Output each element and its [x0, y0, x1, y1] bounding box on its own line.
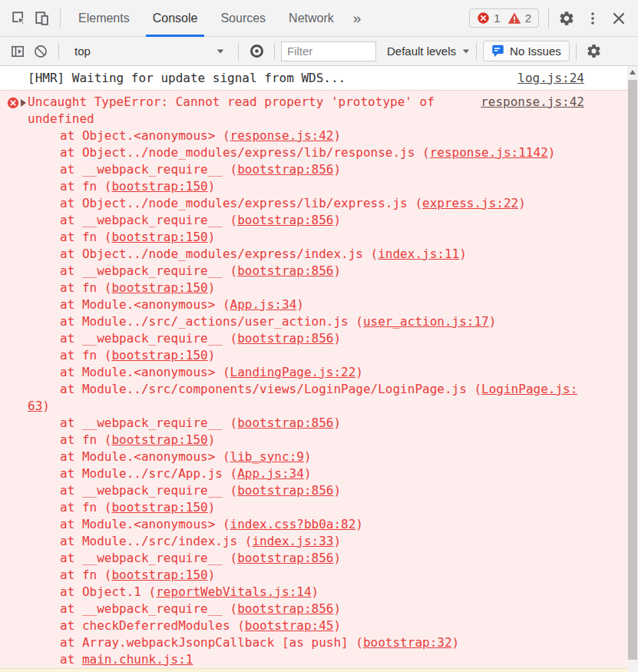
error-message-line1: Uncaught TypeError: Cannot read property…	[28, 94, 435, 111]
log-levels-label: Default levels	[387, 45, 456, 58]
tab-sources[interactable]: Sources	[209, 0, 277, 37]
stack-frame-text: )	[333, 213, 341, 227]
stack-source-link[interactable]: express.js:22	[422, 196, 518, 210]
error-warning-badges[interactable]: 1 2	[469, 8, 539, 28]
stack-source-link[interactable]: bootstrap:150	[111, 348, 207, 362]
stack-frame-text: at Module../src/App.js (	[60, 466, 237, 481]
expand-triangle-icon[interactable]	[21, 99, 26, 107]
stack-frame-text: at fn (	[60, 230, 111, 244]
stack-frame: at Module../src/App.js (App.js:34)	[28, 465, 584, 482]
stack-source-link[interactable]: bootstrap:32	[363, 635, 452, 650]
stack-frame-text: )	[548, 145, 556, 160]
stack-source-link[interactable]: bootstrap:150	[111, 230, 207, 244]
stack-frame: at __webpack_require__ (bootstrap:856)	[28, 601, 584, 617]
settings-gear-icon[interactable]	[555, 7, 578, 30]
stack-frame: at main.chunk.js:1	[28, 651, 584, 668]
device-toolbar-icon[interactable]	[31, 7, 54, 30]
stack-source-link[interactable]: 63	[28, 399, 42, 413]
stack-source-link[interactable]: bootstrap:856	[237, 331, 333, 346]
stack-frame-text: )	[333, 551, 341, 565]
stack-source-link[interactable]: bootstrap:150	[111, 432, 207, 447]
toolbar-divider	[274, 43, 275, 60]
close-icon[interactable]	[607, 7, 630, 30]
more-tabs-icon[interactable]: »	[345, 0, 369, 37]
scrollbar-up-button[interactable]	[627, 66, 638, 78]
stack-frame-text: )	[333, 534, 341, 548]
stack-frame-text: at __webpack_require__ (	[60, 331, 237, 346]
stack-source-link[interactable]: main.chunk.js:1	[82, 652, 193, 667]
stack-source-link[interactable]: bootstrap:150	[111, 500, 207, 515]
stack-source-link[interactable]: bootstrap:150	[111, 179, 207, 194]
stack-source-link[interactable]: bootstrap:856	[237, 263, 333, 278]
vertical-scrollbar[interactable]	[627, 66, 638, 672]
stack-source-link[interactable]: index.js:11	[378, 247, 459, 261]
console-settings-gear-icon[interactable]	[583, 40, 606, 63]
no-issues-button[interactable]: No Issues	[483, 41, 570, 61]
stack-source-link[interactable]: response.js:1142	[430, 145, 548, 160]
stack-frame-text: at __webpack_require__ (	[60, 415, 237, 430]
stack-frame-text: )	[333, 618, 341, 633]
no-issues-label: No Issues	[510, 45, 561, 58]
kebab-menu-icon[interactable]	[581, 7, 604, 30]
stack-source-link[interactable]: bootstrap:150	[111, 568, 207, 582]
stack-frame: at Module.<anonymous> (lib_sync:9)	[28, 449, 584, 465]
stack-frame-text: at Module../src/components/views/LoginPa…	[60, 382, 481, 396]
stack-frame: at Object../node_modules/express/index.j…	[28, 246, 584, 263]
stack-source-link[interactable]: index.css?bb0a:82	[230, 517, 356, 531]
clear-console-icon[interactable]	[29, 40, 52, 63]
stack-source-link[interactable]: App.js:34	[230, 297, 297, 312]
stack-frame-text: )	[42, 399, 50, 413]
tab-console[interactable]: Console	[141, 0, 210, 37]
stack-source-link[interactable]: LoginPage.js:	[481, 382, 577, 396]
console-log-row: [HMR] Waiting for update signal from WDS…	[0, 66, 627, 90]
stack-source-link[interactable]: bootstrap:856	[237, 601, 333, 616]
tab-elements[interactable]: Elements	[67, 0, 141, 37]
stack-source-link[interactable]: user_action.js:17	[363, 314, 489, 329]
stack-frame: at Object../node_modules/express/lib/exp…	[28, 195, 584, 212]
stack-source-link[interactable]: LandingPage.js:22	[230, 365, 356, 379]
stack-source-link[interactable]: bootstrap:856	[237, 415, 333, 430]
live-expression-eye-icon[interactable]	[245, 40, 268, 63]
stack-frame-text: at Object.<anonymous> (	[60, 128, 230, 143]
stack-frame-text: at Module.<anonymous> (	[60, 365, 230, 379]
panel-tabs: Elements Console Sources Network »	[67, 0, 369, 37]
console-scroll-content: [HMR] Waiting for update signal from WDS…	[0, 66, 627, 672]
error-message-line2: undefined	[28, 111, 584, 127]
stack-frame-text: )	[518, 196, 526, 210]
stack-frame-text: at fn (	[60, 179, 111, 194]
stack-source-link[interactable]: bootstrap:856	[237, 551, 333, 565]
stack-frame: at fn (bootstrap:150)	[28, 347, 584, 364]
stack-frame: at Object.<anonymous> (response.js:42)	[28, 127, 584, 144]
stack-source-link[interactable]: bootstrap:856	[237, 483, 333, 498]
stack-frame: at __webpack_require__ (bootstrap:856)	[28, 482, 584, 499]
stack-source-link[interactable]: bootstrap:45	[245, 618, 334, 633]
stack-source-link[interactable]: lib_sync:9	[230, 449, 304, 464]
execution-context-selector[interactable]: top	[65, 45, 232, 58]
stack-frame-text: at fn (	[60, 568, 111, 582]
stack-source-link[interactable]: App.js:34	[237, 466, 304, 481]
stack-source-link[interactable]: bootstrap:150	[111, 280, 207, 295]
stack-source-link[interactable]: response.js:42	[230, 128, 334, 143]
inspect-element-icon[interactable]	[8, 7, 31, 30]
stack-frame: at fn (bootstrap:150)	[28, 229, 584, 246]
stack-frame-text: )	[333, 162, 341, 177]
stack-frame: at Object../node_modules/express/lib/res…	[28, 144, 584, 161]
scrollbar-thumb[interactable]	[628, 80, 637, 660]
tab-network[interactable]: Network	[277, 0, 345, 37]
error-icon	[7, 97, 19, 109]
error-source-link[interactable]: response.js:42	[471, 94, 584, 111]
stack-frame: at Array.webpackJsonpCallback [as push] …	[28, 634, 584, 651]
filter-input[interactable]	[281, 41, 376, 61]
stack-source-link[interactable]: bootstrap:856	[237, 213, 333, 227]
log-levels-dropdown[interactable]: Default levels	[387, 45, 470, 58]
stack-source-link[interactable]: bootstrap:856	[237, 162, 333, 177]
warning-badge-icon	[507, 12, 521, 25]
stack-source-link[interactable]: index.js:33	[252, 534, 333, 548]
toolbar-divider	[58, 43, 59, 60]
stack-source-link[interactable]: reportWebVitals.js:14	[156, 584, 311, 599]
stack-frame-text: )	[355, 517, 363, 531]
console-toolbar: top Default levels No Issues	[0, 37, 638, 66]
console-sidebar-icon[interactable]	[6, 40, 29, 63]
log-source-link[interactable]: log.js:24	[517, 70, 584, 87]
stack-frame-text: at Module.<anonymous> (	[60, 517, 230, 531]
